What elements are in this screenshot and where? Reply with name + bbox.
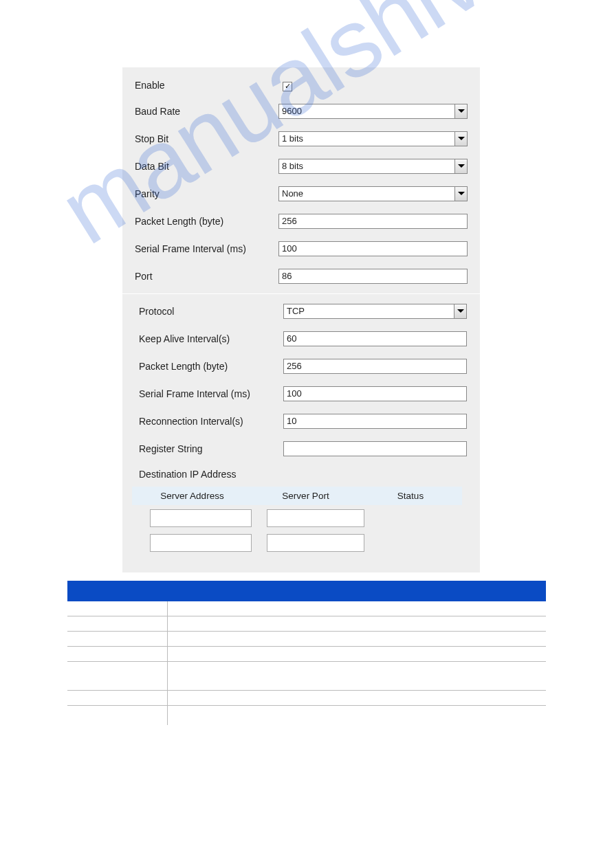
- baud-rate-value: 9600: [282, 106, 302, 116]
- port-row: Port 86: [135, 269, 468, 284]
- destination-table-header: Server Address Server Port Status: [132, 487, 462, 505]
- stop-bit-select[interactable]: 1 bits: [278, 131, 468, 146]
- register-string-label: Register String: [139, 443, 283, 454]
- dropdown-arrow-icon: [454, 187, 467, 201]
- table-row: [67, 691, 546, 706]
- packet-length-value-2: 256: [287, 361, 302, 371]
- definition-table-header: [67, 581, 546, 601]
- frame-interval-value: 100: [282, 243, 297, 254]
- protocol-label: Protocol: [139, 306, 283, 317]
- keep-alive-label: Keep Alive Interval(s): [139, 333, 283, 344]
- reconnection-value: 10: [287, 416, 296, 426]
- frame-interval-row: Serial Frame Interval (ms) 100: [135, 241, 468, 256]
- destination-block: Destination IP Address Server Address Se…: [139, 469, 468, 552]
- data-bit-value: 8 bits: [282, 161, 303, 171]
- reconnection-input[interactable]: 10: [283, 414, 467, 429]
- frame-interval-label-2: Serial Frame Interval (ms): [139, 388, 283, 399]
- stop-bit-label: Stop Bit: [135, 133, 278, 144]
- packet-length-label: Packet Length (byte): [135, 216, 278, 227]
- table-row: [67, 706, 546, 725]
- checkmark-icon: ✓: [285, 82, 291, 90]
- serial-settings-top: Enable ✓ Baud Rate 9600 Stop Bit 1 bits: [122, 67, 480, 293]
- data-bit-label: Data Bit: [135, 161, 278, 172]
- packet-length-label-2: Packet Length (byte): [139, 361, 283, 372]
- frame-interval-row-2: Serial Frame Interval (ms) 100: [139, 386, 468, 401]
- config-panel: Enable ✓ Baud Rate 9600 Stop Bit 1 bits: [122, 67, 480, 572]
- keep-alive-value: 60: [287, 333, 296, 344]
- packet-length-row-2: Packet Length (byte) 256: [139, 359, 468, 374]
- table-row: [67, 632, 546, 647]
- server-port-input[interactable]: [267, 509, 364, 527]
- packet-length-value: 256: [282, 216, 297, 226]
- frame-interval-label: Serial Frame Interval (ms): [135, 243, 278, 254]
- register-string-input[interactable]: [283, 441, 467, 456]
- packet-length-row: Packet Length (byte) 256: [135, 214, 468, 229]
- serial-settings-bottom: Protocol TCP Keep Alive Interval(s) 60 P…: [122, 293, 480, 572]
- reconnection-label: Reconnection Interval(s): [139, 416, 283, 427]
- packet-length-input-2[interactable]: 256: [283, 359, 467, 374]
- baud-rate-select[interactable]: 9600: [278, 104, 468, 119]
- table-row: [67, 601, 546, 616]
- dropdown-arrow-icon: [454, 132, 467, 146]
- dropdown-arrow-icon: [454, 159, 467, 173]
- enable-row: Enable ✓: [135, 80, 468, 91]
- reconnection-row: Reconnection Interval(s) 10: [139, 414, 468, 429]
- destination-row: [150, 509, 468, 527]
- keep-alive-row: Keep Alive Interval(s) 60: [139, 331, 468, 346]
- packet-length-input[interactable]: 256: [278, 214, 468, 229]
- data-bit-row: Data Bit 8 bits: [135, 159, 468, 174]
- frame-interval-input[interactable]: 100: [278, 241, 468, 256]
- protocol-row: Protocol TCP: [139, 304, 468, 319]
- frame-interval-input-2[interactable]: 100: [283, 386, 467, 401]
- dropdown-arrow-icon: [454, 304, 466, 318]
- port-label: Port: [135, 271, 278, 282]
- data-bit-select[interactable]: 8 bits: [278, 159, 468, 174]
- parity-value: None: [282, 188, 303, 199]
- dropdown-arrow-icon: [454, 104, 467, 118]
- table-row: [67, 662, 546, 691]
- baud-rate-label: Baud Rate: [135, 106, 278, 117]
- server-address-input[interactable]: [150, 534, 252, 552]
- definition-table: [67, 581, 546, 725]
- status-header: Status: [359, 491, 462, 501]
- frame-interval-value-2: 100: [287, 388, 302, 399]
- enable-checkbox[interactable]: ✓: [283, 82, 292, 91]
- protocol-value: TCP: [287, 306, 305, 316]
- destination-title: Destination IP Address: [139, 469, 468, 480]
- destination-rows: [150, 509, 468, 552]
- port-input[interactable]: 86: [278, 269, 468, 284]
- server-address-header: Server Address: [132, 491, 252, 501]
- port-value: 86: [282, 271, 292, 281]
- protocol-select[interactable]: TCP: [283, 304, 467, 319]
- server-port-header: Server Port: [252, 491, 359, 501]
- table-row: [67, 647, 546, 662]
- keep-alive-input[interactable]: 60: [283, 331, 467, 346]
- parity-label: Parity: [135, 188, 278, 199]
- stop-bit-row: Stop Bit 1 bits: [135, 131, 468, 146]
- server-port-input[interactable]: [267, 534, 364, 552]
- table-row: [67, 616, 546, 632]
- server-address-input[interactable]: [150, 509, 252, 527]
- enable-label: Enable: [135, 80, 283, 91]
- stop-bit-value: 1 bits: [282, 133, 303, 144]
- parity-select[interactable]: None: [278, 186, 468, 201]
- register-string-row: Register String: [139, 441, 468, 456]
- parity-row: Parity None: [135, 186, 468, 201]
- destination-row: [150, 534, 468, 552]
- baud-rate-row: Baud Rate 9600: [135, 104, 468, 119]
